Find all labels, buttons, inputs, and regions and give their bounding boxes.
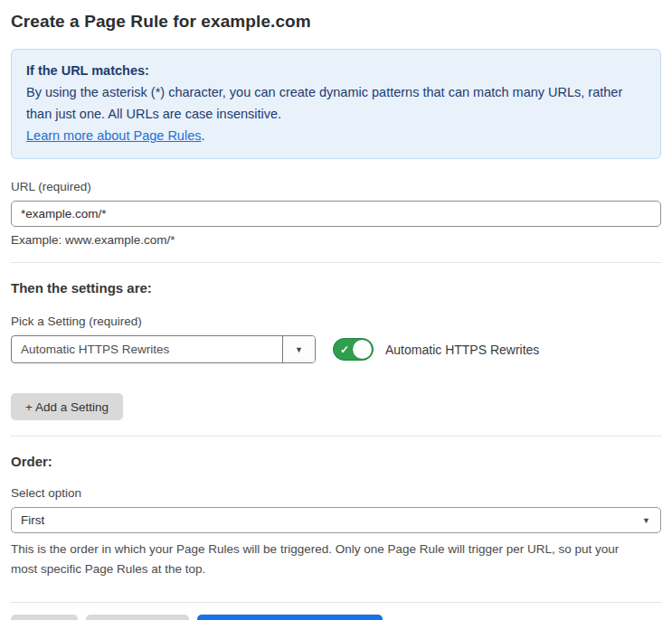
toggle-knob <box>353 340 372 359</box>
order-select-label: Select option <box>11 486 661 500</box>
pick-setting-label: Pick a Setting (required) <box>11 315 661 328</box>
learn-more-link[interactable]: Learn more about Page Rules <box>26 128 201 143</box>
order-select-value: First <box>21 513 44 527</box>
setting-row: Automatic HTTPS Rewrites ▼ ✓ Automatic H… <box>11 335 661 363</box>
add-setting-button[interactable]: + Add a Setting <box>11 393 123 420</box>
link-suffix: . <box>201 128 204 143</box>
automatic-https-rewrites-toggle[interactable]: ✓ <box>333 338 374 361</box>
url-match-info-box: If the URL matches: By using the asteris… <box>11 49 661 159</box>
divider <box>11 436 661 437</box>
chevron-down-icon: ▼ <box>295 345 303 354</box>
order-section-heading: Order: <box>11 454 661 469</box>
info-box-link-line: Learn more about Page Rules. <box>26 125 646 146</box>
page-title: Create a Page Rule for example.com <box>11 12 661 32</box>
create-page-rule-panel: Create a Page Rule for example.com If th… <box>0 0 672 620</box>
divider <box>11 602 661 603</box>
url-field-label: URL (required) <box>11 180 661 193</box>
order-select[interactable]: First ▼ <box>11 507 661 533</box>
check-icon: ✓ <box>340 343 349 354</box>
setting-dropdown-value: Automatic HTTPS Rewrites <box>12 336 282 362</box>
order-help-text: This is the order in which your Page Rul… <box>11 540 644 578</box>
setting-dropdown[interactable]: Automatic HTTPS Rewrites ▼ <box>11 335 316 363</box>
divider <box>11 262 661 263</box>
cancel-button[interactable]: Cancel <box>11 615 78 620</box>
url-example-hint: Example: www.example.com/* <box>11 233 661 247</box>
setting-dropdown-arrow-button[interactable]: ▼ <box>282 336 315 362</box>
info-box-body: By using the asterisk (*) character, you… <box>26 81 646 125</box>
info-box-heading: If the URL matches: <box>26 60 646 81</box>
settings-section-heading: Then the settings are: <box>11 280 661 296</box>
footer-actions: Cancel Save as Draft Save and Deploy Pag… <box>11 615 661 620</box>
chevron-down-icon: ▼ <box>642 508 650 532</box>
save-and-deploy-button[interactable]: Save and Deploy Page Rule <box>197 615 383 620</box>
toggle-label: Automatic HTTPS Rewrites <box>385 343 539 357</box>
url-input[interactable] <box>11 201 661 227</box>
save-as-draft-button[interactable]: Save as Draft <box>86 615 189 620</box>
